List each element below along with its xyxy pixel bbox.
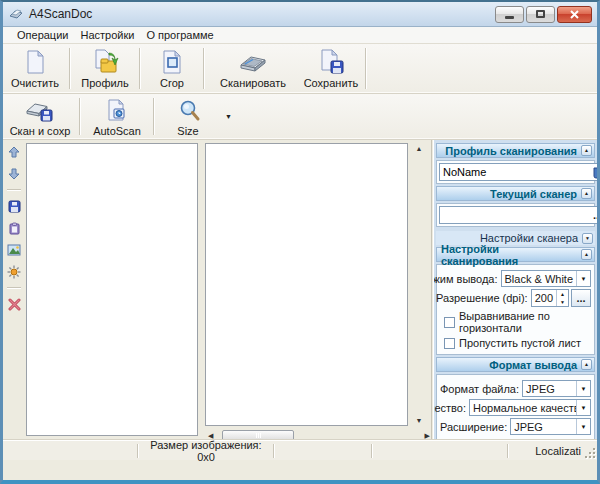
extension-combobox[interactable]: JPEG ▼: [510, 418, 591, 435]
file-format-combobox[interactable]: JPEG ▼: [522, 380, 591, 397]
scanner-icon: [238, 49, 268, 75]
scroll-down-icon[interactable]: ▼: [413, 417, 426, 424]
pages-list-panel[interactable]: [26, 143, 198, 436]
size-button[interactable]: Size: [157, 94, 219, 139]
align-horizontal-option[interactable]: Выравнивание по горизонтали: [444, 310, 591, 334]
collapse-panel-button[interactable]: ▲: [581, 145, 592, 156]
paste-icon: [8, 222, 21, 235]
chevron-down-icon: ▼: [576, 400, 590, 415]
chevron-down-icon: ▼: [576, 271, 590, 286]
move-down-button[interactable]: [5, 166, 23, 182]
main-toolbar: Очистить Профиль Crop: [3, 44, 597, 94]
status-separator: [371, 444, 373, 458]
crop-button[interactable]: Crop: [143, 44, 201, 93]
image-button[interactable]: [5, 242, 23, 258]
toolbar-separator: [153, 98, 155, 135]
clear-button-label: Очистить: [11, 77, 59, 89]
save-button[interactable]: Сохранить: [299, 44, 363, 93]
open-book-icon: [592, 166, 598, 179]
output-mode-value: Black & White: [502, 273, 576, 285]
minimize-icon: [505, 16, 514, 19]
image-preview-panel[interactable]: [205, 143, 408, 426]
save-button-label: Сохранить: [304, 77, 359, 89]
open-profile-button[interactable]: [590, 164, 597, 180]
expand-panel-button[interactable]: ▼: [582, 233, 593, 244]
chevron-down-icon: ▼: [576, 419, 590, 434]
app-window: A4ScanDoc Операции Настройки О программе…: [0, 0, 600, 484]
autoscan-button[interactable]: AutoScan: [83, 94, 151, 139]
scan-and-save-button-label: Скан и сохр: [10, 125, 71, 137]
scan-button[interactable]: Сканировать: [207, 44, 299, 93]
quality-combobox[interactable]: Нормальное качество ▼: [469, 399, 591, 416]
secondary-toolbar: Скан и сохр AutoScan Size ▼: [3, 94, 597, 140]
skip-blank-option[interactable]: Пропустить пустой лист: [444, 337, 591, 349]
delete-icon: [8, 298, 21, 311]
clear-page-icon: [22, 49, 48, 75]
spin-up-icon[interactable]: ▲: [557, 290, 568, 298]
status-bar: Размер изображения: 0x0 Localizati: [3, 440, 597, 460]
menu-about[interactable]: О программе: [140, 28, 219, 42]
quality-value: Нормальное качество: [470, 402, 576, 414]
move-up-button[interactable]: [5, 144, 23, 160]
output-format-panel-body: Формат файла: JPEG ▼ Качество: Нормально…: [436, 374, 595, 441]
scanner-name-input[interactable]: [439, 206, 588, 224]
resolution-spinner[interactable]: 200 ▲▼: [531, 289, 569, 307]
scroll-up-icon[interactable]: ▲: [413, 145, 426, 152]
menu-bar: Операции Настройки О программе: [3, 27, 597, 44]
scan-settings-panel-body: Режим вывода: Black & White ▼ Разрешение…: [436, 264, 595, 355]
paste-button[interactable]: [5, 220, 23, 236]
align-horizontal-checkbox[interactable]: [444, 317, 455, 328]
scroll-left-icon[interactable]: ◀: [205, 432, 216, 439]
toolbar-separator: [139, 48, 141, 89]
scanner-panel-header: Текущий сканер ▲: [436, 186, 595, 201]
align-horizontal-label: Выравнивание по горизонтали: [459, 310, 591, 334]
brightness-button[interactable]: [5, 264, 23, 280]
clear-button[interactable]: Очистить: [3, 44, 67, 93]
title-bar: A4ScanDoc: [3, 2, 597, 27]
crop-icon: [159, 49, 185, 75]
autoscan-icon: [104, 99, 130, 123]
toolbar-separator: [7, 287, 21, 289]
resolution-browse-button[interactable]: ...: [571, 289, 591, 307]
collapse-panel-button[interactable]: ▲: [581, 188, 592, 199]
scan-settings-title: Настройки сканирования: [441, 243, 577, 267]
save-page-button[interactable]: [5, 198, 23, 214]
scanner-panel-title: Текущий сканер: [490, 188, 577, 200]
scanner-select-button[interactable]: ...: [588, 206, 597, 224]
profile-panel-title: Профиль сканирования: [445, 145, 577, 157]
skip-blank-checkbox[interactable]: [444, 338, 455, 349]
resolution-label: Разрешение (dpi):: [436, 292, 528, 304]
page-toolbar: [3, 140, 25, 460]
menu-operations[interactable]: Операции: [11, 28, 74, 42]
profile-button[interactable]: Профиль: [73, 44, 137, 93]
menu-settings[interactable]: Настройки: [74, 28, 140, 42]
status-separator: [137, 444, 139, 458]
extension-value: JPEG: [511, 421, 576, 433]
save-icon: [8, 200, 21, 213]
toolbar-separator: [203, 48, 205, 89]
collapse-panel-button[interactable]: ▲: [581, 359, 592, 370]
profile-name-input[interactable]: [439, 163, 588, 181]
close-button[interactable]: [557, 6, 592, 23]
minimize-button[interactable]: [495, 6, 524, 23]
spin-down-icon[interactable]: ▼: [557, 298, 568, 306]
resize-grip[interactable]: [584, 447, 596, 459]
delete-page-button[interactable]: [5, 296, 23, 312]
extension-label: Расширение:: [440, 421, 507, 433]
maximize-button[interactable]: [526, 6, 555, 23]
size-dropdown-arrow[interactable]: ▼: [225, 113, 232, 120]
autoscan-button-label: AutoScan: [93, 125, 141, 137]
profile-icon: [92, 49, 119, 75]
image-size-status: Размер изображения: 0x0: [141, 439, 271, 463]
toolbar-separator: [69, 48, 71, 89]
collapse-panel-button[interactable]: ▲: [581, 249, 592, 260]
status-separator: [273, 444, 275, 458]
scan-and-save-button[interactable]: Скан и сохр: [3, 94, 77, 139]
maximize-icon: [536, 10, 545, 18]
magnifier-icon: [175, 99, 201, 123]
profile-button-label: Профиль: [81, 77, 129, 89]
move-up-icon: [8, 146, 20, 158]
scan-and-save-icon: [25, 99, 55, 123]
preview-vertical-scrollbar[interactable]: ▲ ▼: [408, 143, 430, 426]
output-mode-combobox[interactable]: Black & White ▼: [501, 270, 591, 287]
